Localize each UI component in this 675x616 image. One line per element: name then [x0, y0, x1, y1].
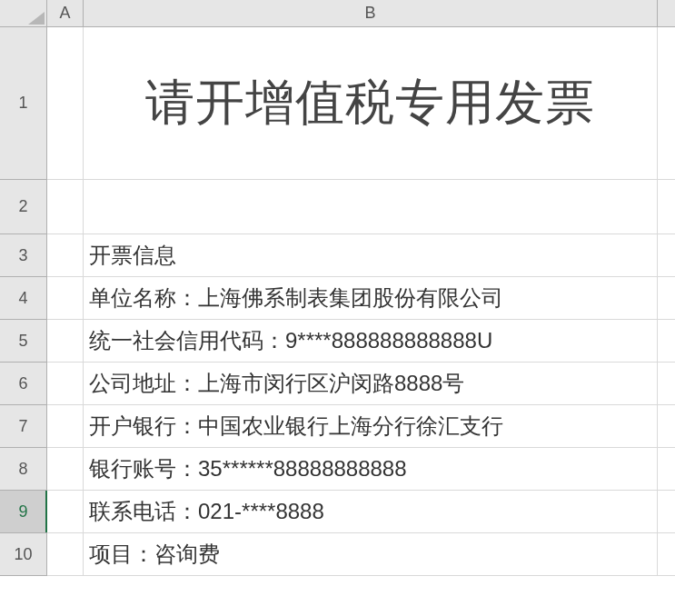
- row-header-4[interactable]: 4: [0, 277, 46, 320]
- cell-B2[interactable]: [84, 180, 658, 233]
- phone-number: 联系电话：021-****8888: [89, 497, 324, 526]
- row-header-6[interactable]: 6: [0, 363, 46, 405]
- column-headers: ABC: [47, 0, 675, 27]
- cell-C2[interactable]: [658, 180, 675, 233]
- cell-B3[interactable]: 开票信息: [84, 234, 658, 276]
- invoice-title: 请开增值税专用发票: [145, 70, 595, 136]
- cells-area: 请开增值税专用发票 开票信息 单位名称：上海佛系制表集团股份有限公司: [47, 27, 675, 616]
- cell-A10[interactable]: [47, 533, 84, 575]
- row-3: 开票信息: [47, 234, 675, 277]
- column-header-C[interactable]: C: [658, 0, 675, 26]
- cell-B7[interactable]: 开户银行：中国农业银行上海分行徐汇支行: [84, 405, 658, 447]
- bank-branch: 开户银行：中国农业银行上海分行徐汇支行: [89, 412, 503, 441]
- cell-C1[interactable]: [658, 27, 675, 179]
- cell-A2[interactable]: [47, 180, 84, 233]
- cell-C6[interactable]: [658, 363, 675, 404]
- cell-B6[interactable]: 公司地址：上海市闵行区沪闵路8888号: [84, 363, 658, 404]
- section-header: 开票信息: [89, 241, 176, 270]
- cell-B1[interactable]: 请开增值税专用发票: [84, 27, 658, 179]
- cell-C3[interactable]: [658, 234, 675, 276]
- row-6: 公司地址：上海市闵行区沪闵路8888号: [47, 363, 675, 405]
- cell-A5[interactable]: [47, 320, 84, 362]
- row-header-9[interactable]: 9: [0, 491, 46, 533]
- credit-code: 统一社会信用代码：9****888888888888U: [89, 326, 492, 355]
- select-all-corner[interactable]: [0, 0, 47, 27]
- cell-A8[interactable]: [47, 448, 84, 490]
- row-header-7[interactable]: 7: [0, 405, 46, 448]
- company-name: 单位名称：上海佛系制表集团股份有限公司: [89, 283, 503, 313]
- row-1: 请开增值税专用发票: [47, 27, 675, 180]
- row-headers: 12345678910: [0, 27, 47, 576]
- row-header-3[interactable]: 3: [0, 234, 46, 277]
- cell-B4[interactable]: 单位名称：上海佛系制表集团股份有限公司: [84, 277, 658, 319]
- spreadsheet: ABC 12345678910 请开增值税专用发票 开票信息: [0, 0, 675, 616]
- cell-C7[interactable]: [658, 405, 675, 447]
- column-header-A[interactable]: A: [47, 0, 84, 26]
- cell-C8[interactable]: [658, 448, 675, 490]
- row-7: 开户银行：中国农业银行上海分行徐汇支行: [47, 405, 675, 448]
- cell-B9[interactable]: 联系电话：021-****8888: [84, 491, 658, 532]
- cell-A1[interactable]: [47, 27, 84, 179]
- cell-A6[interactable]: [47, 363, 84, 404]
- row-5: 统一社会信用代码：9****888888888888U: [47, 320, 675, 363]
- cell-C10[interactable]: [658, 533, 675, 575]
- cell-A9[interactable]: [47, 491, 84, 532]
- row-header-8[interactable]: 8: [0, 448, 46, 491]
- cell-C5[interactable]: [658, 320, 675, 362]
- row-2: [47, 180, 675, 234]
- cell-A4[interactable]: [47, 277, 84, 319]
- row-10: 项目：咨询费: [47, 533, 675, 576]
- cell-A7[interactable]: [47, 405, 84, 447]
- row-8: 银行账号：35******88888888888: [47, 448, 675, 491]
- cell-B10[interactable]: 项目：咨询费: [84, 533, 658, 575]
- row-header-1[interactable]: 1: [0, 27, 46, 180]
- row-9: 联系电话：021-****8888: [47, 491, 675, 533]
- column-header-B[interactable]: B: [84, 0, 658, 26]
- company-address: 公司地址：上海市闵行区沪闵路8888号: [89, 369, 464, 398]
- row-header-5[interactable]: 5: [0, 320, 46, 363]
- cell-A3[interactable]: [47, 234, 84, 276]
- row-header-10[interactable]: 10: [0, 533, 46, 576]
- item-type: 项目：咨询费: [89, 540, 220, 569]
- cell-B5[interactable]: 统一社会信用代码：9****888888888888U: [84, 320, 658, 362]
- row-header-2[interactable]: 2: [0, 180, 46, 234]
- cell-C4[interactable]: [658, 277, 675, 319]
- bank-account: 银行账号：35******88888888888: [89, 454, 407, 483]
- cell-B8[interactable]: 银行账号：35******88888888888: [84, 448, 658, 490]
- cell-C9[interactable]: [658, 491, 675, 532]
- row-4: 单位名称：上海佛系制表集团股份有限公司: [47, 277, 675, 320]
